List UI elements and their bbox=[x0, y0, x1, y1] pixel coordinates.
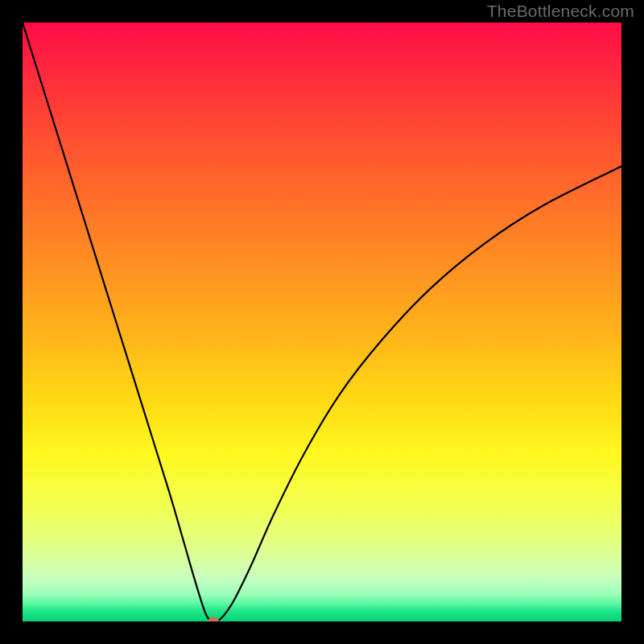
optimal-point-marker bbox=[208, 617, 219, 622]
attribution-text: TheBottleneck.com bbox=[487, 2, 634, 21]
chart-frame: TheBottleneck.com bbox=[0, 0, 644, 644]
bottleneck-curve bbox=[23, 23, 621, 621]
plot-area bbox=[23, 23, 621, 621]
